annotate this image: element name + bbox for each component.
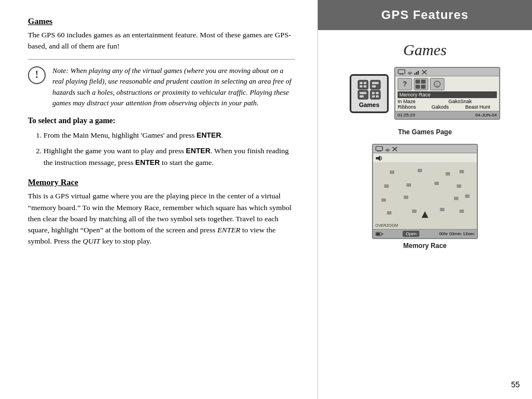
gps-features-header: GPS Features (318, 0, 532, 30)
gakosnack-item: GakoSnak (448, 99, 497, 104)
svg-rect-54 (412, 210, 417, 213)
svg-point-20 (409, 74, 410, 74)
screenshot2-caption: Memory Race (403, 242, 447, 250)
section2-body: This is a GPS virtual game where you are… (28, 191, 295, 247)
svg-rect-28 (415, 85, 420, 89)
svg-rect-32 (376, 147, 383, 150)
question-icon: ? (398, 78, 412, 90)
svg-rect-41 (390, 171, 394, 174)
svg-rect-6 (360, 85, 362, 87)
right-panel: GPS Features Games (318, 0, 532, 399)
games-icon-label: Games (359, 101, 380, 108)
monitor-icon-2 (375, 146, 383, 152)
svg-rect-50 (404, 196, 408, 199)
arrow-icon-small: ↕ (430, 78, 444, 90)
svg-rect-11 (360, 95, 364, 98)
svg-rect-3 (370, 90, 380, 99)
svg-rect-5 (364, 82, 366, 84)
svg-rect-43 (446, 172, 450, 176)
device-screen-games: ? ↕ Memory Race (394, 67, 500, 120)
monitor-icon (398, 69, 405, 75)
svg-rect-44 (460, 170, 464, 173)
svg-text:OVERZOOM: OVERZOOM (375, 223, 398, 227)
gakods-item: Gakods (432, 104, 463, 110)
beast-hunt-item: Beast Hunt (465, 104, 497, 110)
map-area: OVERZOOM (373, 162, 477, 229)
divider (28, 59, 295, 60)
device-bottombar-2: Open 00hr 03min 13sec (373, 229, 477, 238)
svg-rect-12 (372, 92, 375, 94)
svg-rect-48 (457, 184, 461, 188)
svg-rect-27 (421, 80, 425, 84)
games-heading: Games (403, 41, 447, 59)
svg-rect-13 (376, 92, 379, 94)
svg-rect-14 (372, 95, 375, 98)
puzzle-icon-small (414, 78, 428, 90)
svg-rect-7 (364, 85, 366, 87)
note-box: ! Note: When playing any of the virtual … (28, 65, 295, 109)
svg-rect-61 (382, 233, 383, 235)
svg-rect-29 (421, 85, 425, 89)
screenshot1-caption: The Games Page (398, 128, 452, 136)
map-svg: OVERZOOM (373, 162, 477, 229)
svg-marker-39 (376, 155, 380, 161)
svg-rect-15 (376, 95, 379, 98)
svg-rect-16 (398, 70, 405, 74)
speaker-icon (375, 155, 383, 162)
right-content: Games (318, 30, 532, 266)
svg-text:↕: ↕ (436, 81, 438, 87)
section1-body: The GPS 60 includes games as an entertai… (28, 30, 295, 52)
svg-point-36 (387, 150, 388, 151)
battery-icon (375, 231, 383, 237)
open-button[interactable]: Open (403, 231, 419, 237)
device-screen-memory-race: OVERZOOM Open 00hr 03min 13sec (372, 144, 478, 239)
games-puzzle-icon (357, 79, 381, 100)
device-topbar-2 (373, 145, 477, 153)
svg-rect-21 (414, 73, 415, 75)
enter-bold-1: ENTER (196, 131, 221, 139)
svg-rect-1 (370, 80, 380, 89)
svg-rect-56 (460, 210, 464, 213)
svg-rect-49 (381, 198, 386, 202)
svg-rect-53 (387, 211, 391, 215)
quit-italic: QUIT (83, 237, 100, 245)
wifi-icon (407, 70, 413, 75)
svg-rect-60 (376, 233, 380, 235)
svg-rect-4 (360, 82, 362, 84)
page-number: 55 (511, 380, 520, 389)
signal-icon (414, 70, 420, 75)
device-date: 04-JUN-04 (475, 113, 497, 118)
section2-title: Memory Race (28, 178, 295, 187)
games-icon-box: Games (350, 74, 389, 113)
device-bottombar-1: 01:25:23 04-JUN-04 (395, 111, 499, 119)
warning-icon: ! (28, 66, 46, 84)
wifi-icon-2 (385, 147, 390, 152)
memory-race-item: Memory Race (398, 91, 497, 98)
device-time: 01:25:23 (398, 113, 415, 118)
close-icon-2 (392, 147, 398, 152)
memory-race-time: 00hr 03min 13sec (439, 231, 475, 236)
section1-title: Games (28, 17, 295, 26)
svg-rect-52 (465, 194, 470, 198)
left-panel: Games The GPS 60 includes games as an en… (0, 0, 318, 399)
svg-rect-26 (415, 80, 420, 84)
svg-rect-8 (372, 82, 379, 84)
svg-rect-46 (407, 183, 411, 187)
svg-rect-10 (360, 92, 366, 94)
svg-rect-2 (358, 90, 368, 99)
device-games-list: Memory Race In Maze GakoSnak Ribbons Gak… (395, 90, 499, 111)
in-maze-item: In Maze (398, 99, 446, 104)
svg-rect-47 (434, 182, 439, 185)
svg-rect-0 (358, 80, 368, 89)
enter-bold-2: ENTER (186, 147, 210, 155)
games-icon-area: Games ? (329, 67, 521, 120)
step-1: From the Main Menu, highlight 'Games' an… (43, 130, 295, 142)
close-icon-1 (422, 70, 427, 75)
speaker-row (373, 153, 477, 162)
svg-rect-22 (416, 72, 417, 75)
device-topbar-1 (395, 68, 499, 76)
svg-rect-9 (372, 85, 376, 87)
steps-list: From the Main Menu, highlight 'Games' an… (28, 130, 295, 169)
svg-rect-23 (418, 71, 419, 75)
svg-rect-45 (384, 184, 389, 188)
